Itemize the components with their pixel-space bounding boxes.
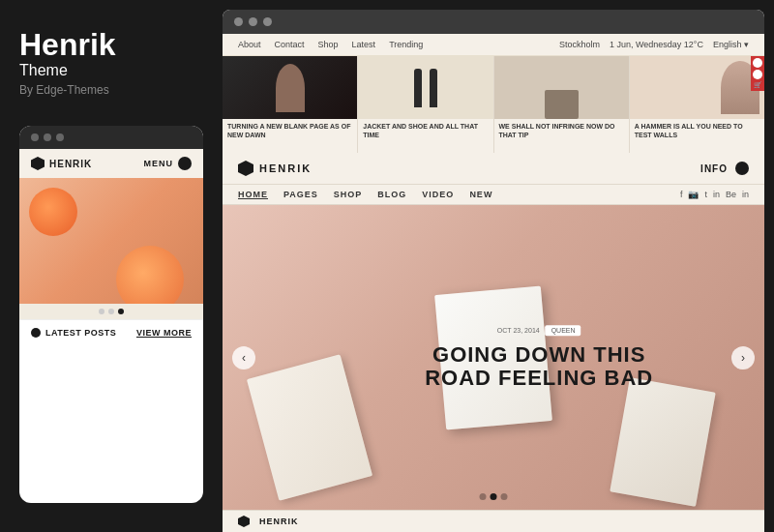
mobile-footer-dot	[31, 328, 41, 338]
featured-caption-4: A HAMMER IS ALL YOU NEED TO TEST WALLS	[630, 119, 764, 142]
mobile-menu-area: MENU	[144, 157, 193, 170]
book-right	[610, 377, 715, 507]
facebook-icon[interactable]: f	[680, 190, 683, 199]
mobile-logo-text: HENRIK	[49, 159, 92, 169]
brand-title: Henrik	[19, 29, 203, 60]
page-nav-home[interactable]: HOME	[238, 190, 268, 199]
carousel-dot-3[interactable]	[118, 309, 124, 314]
mobile-image-area	[19, 178, 203, 304]
site-content: About Contact Shop Latest Trending Stock…	[223, 34, 764, 532]
mobile-nav-bar: HENRIK MENU	[19, 149, 203, 178]
nav-item-about[interactable]: About	[238, 40, 261, 49]
mobile-hex-icon	[31, 157, 45, 170]
nav-item-trending[interactable]: Trending	[389, 40, 423, 49]
cart-icon[interactable]: 🛒	[754, 81, 762, 89]
featured-item-1[interactable]: TURNING A NEW BLANK PAGE AS OF NEW DAWN	[223, 56, 358, 153]
red-overlay: 🛒	[751, 56, 764, 91]
nav-item-contact[interactable]: Contact	[275, 40, 305, 49]
mobile-dot-1	[31, 133, 39, 141]
brand-subtitle: Theme	[19, 62, 203, 79]
featured-caption-text-2: JACKET AND SHOE AND ALL THAT TIME	[363, 122, 488, 139]
hero-title: GOING DOWN THISROAD FEELING BAD	[425, 343, 653, 390]
mobile-menu-button[interactable]	[178, 157, 192, 170]
featured-posts-row: TURNING A NEW BLANK PAGE AS OF NEW DAWN …	[223, 56, 764, 153]
carousel-dot-2[interactable]	[108, 309, 114, 314]
book-left	[247, 354, 372, 500]
page-nav: HOME PAGES SHOP BLOG VIDEO NEW f 📷 t in …	[223, 185, 764, 205]
grapefruit-circle	[116, 246, 184, 304]
person-shape-1	[276, 64, 305, 112]
hero-dot-2[interactable]	[491, 493, 497, 500]
hero-date-row: OCT 23, 2014 QUEEN	[425, 325, 653, 336]
social-icons: f 📷 t in Be in	[680, 190, 749, 199]
language-selector[interactable]: English ▾	[713, 40, 749, 49]
featured-item-2[interactable]: JACKET AND SHOE AND ALL THAT TIME	[358, 56, 493, 153]
mobile-footer-label: LATEST POSTS	[45, 328, 116, 338]
mobile-logo-area: HENRIK	[31, 157, 92, 170]
linkedin2-icon[interactable]: in	[742, 190, 749, 199]
info-dot[interactable]	[735, 162, 749, 175]
featured-caption-1: TURNING A NEW BLANK PAGE AS OF NEW DAWN	[223, 119, 357, 142]
hero-prev-arrow[interactable]: ‹	[232, 346, 255, 369]
mobile-image-bg	[19, 178, 203, 304]
bottom-hex-icon	[238, 516, 250, 527]
top-nav-links: About Contact Shop Latest Trending	[238, 40, 423, 49]
featured-caption-3: WE SHALL NOT INFRINGE NOW DO THAT TIP	[494, 119, 629, 142]
featured-img-1	[223, 56, 357, 119]
featured-item-3[interactable]: WE SHALL NOT INFRINGE NOW DO THAT TIP	[494, 56, 630, 153]
featured-img-2	[358, 56, 492, 119]
linkedin-icon[interactable]: in	[713, 190, 720, 199]
browser-dot-1	[234, 17, 243, 26]
hero-dots	[480, 493, 508, 500]
main-nav-brand-area: HENRIK	[238, 161, 312, 176]
featured-caption-text-4: A HAMMER IS ALL YOU NEED TO TEST WALLS	[635, 122, 759, 139]
main-nav: HENRIK INFO	[223, 153, 764, 185]
bottom-brand-text: HENRIK	[259, 517, 299, 526]
featured-img-3	[494, 56, 629, 119]
date-text: 1 Jun, Wednesday 12°C	[610, 40, 703, 49]
site-top-nav: About Contact Shop Latest Trending Stock…	[223, 34, 764, 56]
browser-panel: About Contact Shop Latest Trending Stock…	[223, 10, 764, 532]
mobile-carousel-dots	[19, 304, 203, 319]
page-nav-blog[interactable]: BLOG	[377, 190, 406, 199]
brand-by: By Edge-Themes	[19, 83, 203, 97]
hero-slider: OCT 23, 2014 QUEEN GOING DOWN THISROAD F…	[223, 205, 764, 510]
page-nav-video[interactable]: VIDEO	[422, 190, 454, 199]
grapefruit-small	[29, 188, 77, 236]
featured-caption-text-1: TURNING A NEW BLANK PAGE AS OF NEW DAWN	[227, 122, 352, 139]
hero-badge: QUEEN	[546, 325, 581, 336]
mobile-dot-2	[44, 133, 51, 141]
mobile-card-header	[19, 126, 203, 149]
mobile-preview-card: HENRIK MENU LATEST POSTS VIEW MORE	[19, 126, 203, 503]
page-nav-pages[interactable]: PAGES	[283, 190, 318, 199]
behance-icon[interactable]: Be	[726, 190, 736, 199]
nav-item-latest[interactable]: Latest	[352, 40, 376, 49]
main-nav-right: INFO	[700, 162, 749, 175]
hero-background: OCT 23, 2014 QUEEN GOING DOWN THISROAD F…	[223, 205, 764, 510]
hero-dot-1[interactable]	[480, 493, 487, 500]
mobile-footer-bar: LATEST POSTS VIEW MORE	[19, 319, 203, 345]
page-nav-shop[interactable]: SHOP	[334, 190, 363, 199]
page-nav-new[interactable]: NEW	[469, 190, 492, 199]
page-nav-links: HOME PAGES SHOP BLOG VIDEO NEW	[238, 190, 492, 199]
featured-item-4[interactable]: A HAMMER IS ALL YOU NEED TO TEST WALLS 🛒	[630, 56, 764, 153]
instagram-icon[interactable]: 📷	[688, 190, 699, 199]
bottle-1	[414, 69, 422, 107]
featured-caption-2: JACKET AND SHOE AND ALL THAT TIME	[358, 119, 492, 142]
hero-text-overlay: OCT 23, 2014 QUEEN GOING DOWN THISROAD F…	[425, 325, 653, 390]
carousel-dot-1[interactable]	[99, 309, 104, 314]
main-nav-brand: HENRIK	[259, 163, 312, 174]
mobile-dot-3	[56, 133, 64, 141]
red-dot-2[interactable]	[753, 70, 762, 79]
info-text[interactable]: INFO	[700, 163, 728, 174]
mobile-view-more-link[interactable]: VIEW MORE	[136, 328, 192, 338]
hex-logo-icon	[238, 161, 253, 176]
red-dot-1[interactable]	[753, 58, 762, 68]
hero-dot-3[interactable]	[501, 493, 508, 500]
hero-next-arrow[interactable]: ›	[731, 346, 755, 369]
featured-caption-text-3: WE SHALL NOT INFRINGE NOW DO THAT TIP	[499, 122, 624, 139]
nav-item-shop[interactable]: Shop	[318, 40, 339, 49]
location-text: Stockholm	[559, 40, 600, 49]
twitter-icon[interactable]: t	[704, 190, 707, 199]
chair-shape	[545, 90, 579, 119]
